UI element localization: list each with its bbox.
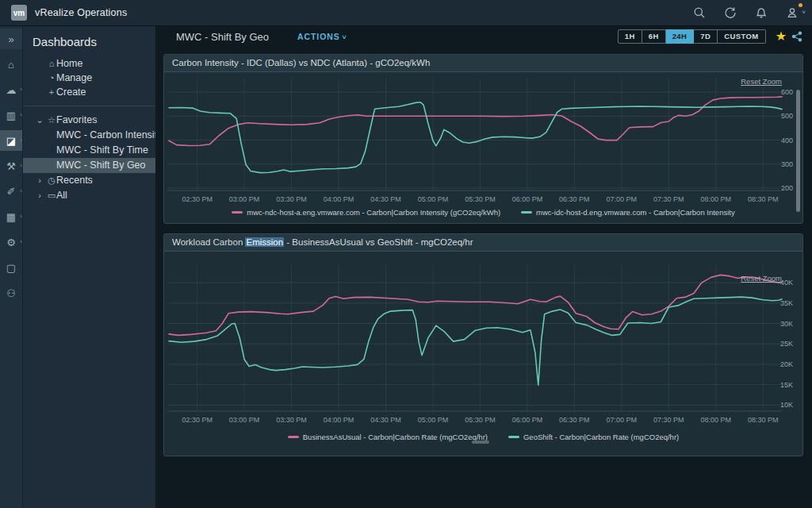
- chevron-down-icon: ⌄: [36, 113, 44, 128]
- svg-text:08:30 PM: 08:30 PM: [748, 416, 779, 424]
- sidebar-group-recents[interactable]: › ◷ Recents: [23, 173, 156, 188]
- gear-icon: ⚙: [6, 237, 16, 248]
- toolbox-icon: ▦: [6, 211, 16, 223]
- svg-text:02:30 PM: 02:30 PM: [182, 416, 213, 424]
- sidebar-item-label: MWC - Shift By Geo: [56, 160, 146, 171]
- panel-title: Carbon Intensity - IDC (Dallas) vs NDC (…: [164, 55, 802, 72]
- svg-text:08:00 PM: 08:00 PM: [700, 195, 731, 203]
- carbon-intensity-chart[interactable]: 02:30 PM03:00 PM03:30 PM04:00 PM04:30 PM…: [166, 73, 796, 206]
- rail-item-visualize[interactable]: ▥›: [0, 105, 22, 125]
- svg-text:10K: 10K: [780, 401, 793, 409]
- rail-item-plan[interactable]: ▦›: [0, 206, 22, 227]
- sidebar-item-create[interactable]: + Create: [23, 85, 156, 99]
- svg-text:07:30 PM: 07:30 PM: [653, 195, 684, 203]
- svg-text:30K: 30K: [780, 320, 793, 328]
- svg-text:05:30 PM: 05:30 PM: [465, 416, 496, 424]
- svg-text:35K: 35K: [780, 299, 793, 307]
- range-button-6h[interactable]: 6H: [642, 29, 666, 44]
- series-marker: [521, 211, 532, 214]
- sidebar-group-favorites[interactable]: ⌄ ☆ Favorites: [23, 113, 156, 128]
- chevron-down-icon: ˅: [343, 33, 347, 41]
- sidebar-item-manage[interactable]: ◔ Manage: [23, 71, 156, 85]
- rail-expand-button[interactable]: »: [0, 29, 22, 49]
- refresh-icon[interactable]: [723, 6, 737, 20]
- left-icon-rail: » ⌂ ☁› ▥› ◪› ⚒› ✐› ▦› ⚙› ▢ ⚇: [0, 25, 22, 508]
- sidebar-group-label: Favorites: [56, 114, 97, 125]
- app-title: vRealize Operations: [35, 7, 127, 18]
- user-menu-icon[interactable]: ˅: [785, 6, 799, 20]
- rail-item-home[interactable]: ⌂: [0, 54, 22, 75]
- panel-title-highlight: Emission: [245, 237, 284, 247]
- panel-title-post: - BusinessAsUsual vs GeoShift - mgCO2eq/…: [284, 237, 473, 247]
- svg-text:15K: 15K: [780, 381, 793, 389]
- rail-item-optimize[interactable]: ✐›: [0, 181, 22, 202]
- sidebar-item-mwc-shift-by-geo[interactable]: MWC - Shift By Geo: [23, 158, 156, 173]
- rail-item-troubleshoot[interactable]: ⚒›: [0, 156, 22, 176]
- svg-text:06:00 PM: 06:00 PM: [512, 416, 543, 424]
- workload-carbon-emission-chart[interactable]: 02:30 PM03:00 PM03:30 PM04:00 PM04:30 PM…: [166, 253, 796, 431]
- panel-title: Workload Carbon Emission - BusinessAsUsu…: [164, 234, 802, 252]
- legend-item-geoshift[interactable]: GeoShift - Carbon|Carbon Rate (mgCO2eq/h…: [508, 433, 679, 441]
- legend-item-idc-host[interactable]: mwc-idc-host-d.eng.vmware.com - Carbon|C…: [521, 208, 735, 217]
- legend-item-businessasusual[interactable]: BusinessAsUsual - Carbon|Carbon Rate (mg…: [288, 433, 488, 441]
- page-title: MWC - Shift By Geo: [176, 31, 269, 43]
- horizontal-scrollbar[interactable]: [472, 441, 489, 444]
- carbon-intensity-panel: Carbon Intensity - IDC (Dallas) vs NDC (…: [163, 54, 803, 224]
- legend-item-ndc-host[interactable]: mwc-ndc-host-a.eng.vmware.com - Carbon|C…: [232, 208, 500, 217]
- chevron-right-icon: ›: [36, 188, 44, 203]
- svg-text:04:00 PM: 04:00 PM: [324, 195, 354, 203]
- svg-text:04:00 PM: 04:00 PM: [324, 416, 354, 424]
- svg-text:08:00 PM: 08:00 PM: [700, 416, 731, 424]
- range-button-1h[interactable]: 1H: [618, 29, 642, 44]
- search-icon[interactable]: [692, 6, 707, 20]
- range-button-7d[interactable]: 7D: [694, 29, 718, 44]
- bar-chart-icon: ▥: [6, 110, 16, 121]
- svg-text:03:30 PM: 03:30 PM: [276, 195, 307, 203]
- svg-text:600: 600: [781, 88, 793, 96]
- svg-text:08:30 PM: 08:30 PM: [748, 195, 779, 203]
- share-icon[interactable]: [791, 31, 802, 42]
- sidebar-group-all[interactable]: › ▭ All: [23, 188, 156, 203]
- svg-text:06:30 PM: 06:30 PM: [559, 416, 590, 424]
- sidebar-item-mwc-carbon-intensity[interactable]: MWC - Carbon Intensity: [23, 128, 156, 143]
- rail-item-environment[interactable]: ☁›: [0, 79, 22, 100]
- sidebar-item-label: Create: [56, 87, 86, 98]
- reset-zoom-link[interactable]: Reset Zoom: [741, 77, 782, 86]
- rail-item-configure[interactable]: ⚙›: [0, 232, 22, 252]
- folder-icon: ▭: [47, 188, 56, 203]
- sidebar-item-mwc-shift-by-time[interactable]: MWC - Shift By Time: [23, 143, 156, 158]
- svg-text:06:00 PM: 06:00 PM: [512, 195, 543, 203]
- expand-icon: »: [8, 33, 13, 45]
- top-bar: vm vRealize Operations ˅: [0, 0, 812, 26]
- legend-label: mwc-idc-host-d.eng.vmware.com - Carbon|C…: [536, 208, 735, 217]
- svg-text:20K: 20K: [780, 360, 793, 368]
- favorite-star-icon[interactable]: ★: [776, 30, 787, 43]
- sidebar-item-home[interactable]: ⌂ Home: [23, 56, 156, 71]
- svg-text:03:00 PM: 03:00 PM: [229, 195, 260, 203]
- dashboards-sidebar: Dashboards ⌂ Home ◔ Manage + Create ⌄ ☆ …: [22, 25, 156, 508]
- sidebar-item-label: Manage: [56, 72, 92, 83]
- svg-text:07:00 PM: 07:00 PM: [607, 195, 638, 203]
- range-button-custom[interactable]: CUSTOM: [718, 29, 765, 44]
- range-button-24h[interactable]: 24H: [666, 29, 695, 44]
- svg-text:06:30 PM: 06:30 PM: [559, 195, 590, 203]
- topbar-icons: ˅: [692, 6, 812, 20]
- dashboard-header: MWC - Shift By Geo ACTIONS˅ 1H 6H 24H 7D…: [155, 25, 812, 48]
- svg-text:03:30 PM: 03:30 PM: [276, 416, 307, 424]
- svg-text:200: 200: [781, 184, 793, 192]
- svg-text:07:30 PM: 07:30 PM: [653, 416, 684, 424]
- reset-zoom-link[interactable]: Reset Zoom: [741, 274, 782, 283]
- sidebar-group-label: All: [56, 190, 67, 201]
- notifications-bell-icon[interactable]: [754, 6, 768, 20]
- actions-menu-button[interactable]: ACTIONS˅: [297, 32, 347, 41]
- pencil-icon: ✐: [7, 186, 16, 198]
- svg-text:03:00 PM: 03:00 PM: [229, 416, 260, 424]
- clock-icon: ◷: [47, 173, 56, 188]
- svg-text:40K: 40K: [780, 279, 793, 287]
- rail-item-repository[interactable]: ▢: [0, 257, 22, 278]
- series-marker: [288, 436, 299, 438]
- rail-item-administration[interactable]: ⚇: [0, 283, 22, 303]
- vertical-scrollbar[interactable]: [796, 90, 800, 212]
- svg-text:25K: 25K: [780, 340, 793, 348]
- rail-item-dashboards[interactable]: ◪›: [0, 130, 22, 151]
